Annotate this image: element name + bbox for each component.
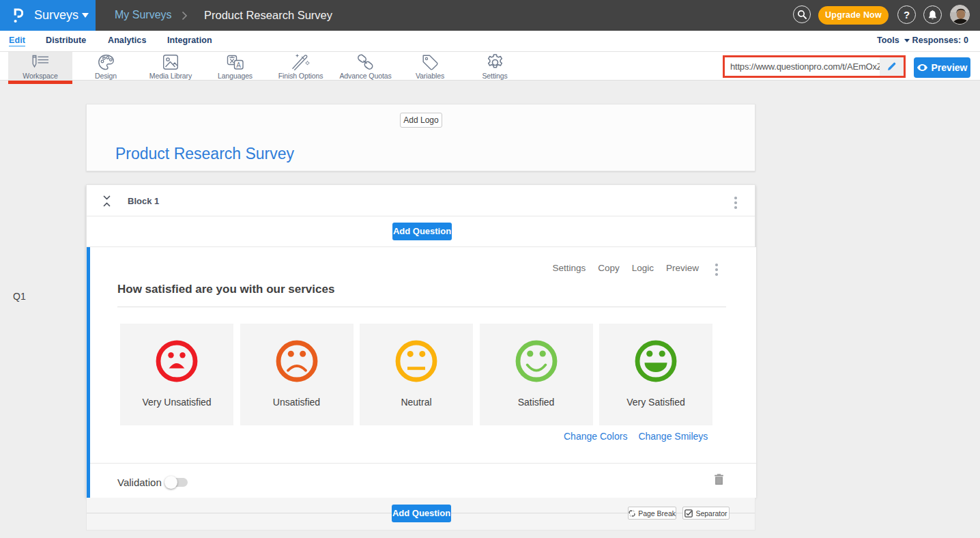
svg-text:A: A	[236, 61, 241, 68]
